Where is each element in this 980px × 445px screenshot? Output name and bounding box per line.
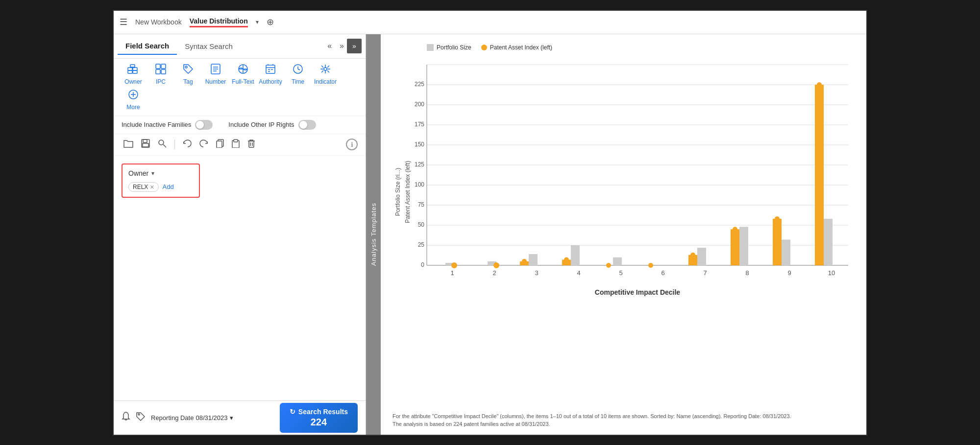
undo-button[interactable]	[181, 137, 194, 152]
svg-text:125: 125	[415, 161, 424, 168]
save-button[interactable]	[139, 137, 152, 152]
search-button[interactable]	[156, 137, 169, 152]
field-icon-number[interactable]: Number	[204, 64, 227, 85]
info-button[interactable]: ℹ	[346, 139, 358, 150]
authority-icon	[265, 64, 276, 77]
owner-icon	[127, 64, 139, 77]
search-results-button[interactable]: ↻ Search Results 224	[280, 403, 358, 433]
x-label-10: 10	[828, 269, 835, 277]
reporting-date-label: Reporting Date	[151, 414, 194, 422]
delete-button[interactable]	[245, 137, 257, 152]
svg-point-45	[159, 140, 164, 145]
dot-9	[775, 216, 780, 221]
right-panel: Portfolio Size Patent Asset Index (left)…	[381, 34, 866, 435]
copy-button[interactable]	[214, 137, 226, 152]
nav-forward-button[interactable]: »	[337, 40, 347, 52]
inactive-families-label: Include Inactive Families	[122, 121, 191, 128]
field-icon-owner[interactable]: Owner	[122, 64, 145, 85]
toggle-knob	[196, 121, 204, 129]
ipc-icon	[155, 64, 166, 77]
field-icon-indicator[interactable]: Indicator	[314, 64, 337, 85]
svg-rect-10	[156, 70, 160, 74]
nav-back-button[interactable]: «	[324, 40, 335, 52]
dot-8	[733, 227, 737, 232]
search-results-refresh-icon: ↻	[290, 408, 295, 416]
active-tab-label[interactable]: Value Distribution	[190, 17, 248, 27]
legend-pai-label: Patent Asset Index (left)	[490, 44, 552, 51]
other-ip-toggle[interactable]	[298, 120, 316, 130]
inactive-families-toggle[interactable]	[195, 120, 213, 130]
svg-point-55	[138, 414, 140, 415]
owner-tag-relx: RELX ×	[128, 182, 159, 192]
svg-line-35	[327, 70, 329, 72]
open-button[interactable]	[122, 137, 135, 152]
other-ip-label: Include Other IP Rights	[228, 121, 294, 128]
add-tab-button[interactable]: ⊕	[267, 17, 274, 27]
top-bar: ☰ New Workbook Value Distribution ▾ ⊕	[114, 11, 866, 34]
redo-button[interactable]	[197, 137, 210, 152]
field-icon-authority[interactable]: Authority	[259, 64, 282, 85]
more-label: More	[126, 104, 140, 111]
workbook-label[interactable]: New Workbook	[135, 18, 182, 26]
chart-area: Portfolio Size Patent Asset Index (left)…	[392, 44, 855, 409]
field-icon-tag[interactable]: Tag	[176, 64, 200, 85]
svg-text:25: 25	[418, 241, 425, 248]
authority-label: Authority	[259, 78, 282, 85]
bar-gray-4	[571, 245, 580, 265]
field-icon-ipc[interactable]: IPC	[149, 64, 172, 85]
svg-text:200: 200	[415, 101, 424, 108]
bell-icon[interactable]	[122, 412, 130, 424]
paste-button[interactable]	[230, 137, 242, 152]
owner-tag-remove-button[interactable]: ×	[150, 184, 154, 190]
svg-rect-20	[266, 65, 275, 73]
svg-line-46	[163, 144, 166, 147]
x-label-8: 8	[745, 269, 749, 277]
legend-portfolio-color	[427, 44, 434, 51]
owner-add-button[interactable]: Add	[163, 183, 174, 190]
collapse-panel-button[interactable]: »	[347, 39, 362, 53]
search-content: Owner ▾ RELX × Add	[114, 156, 366, 400]
svg-point-38	[324, 68, 327, 70]
x-label-7: 7	[703, 269, 707, 277]
tab-dropdown-arrow[interactable]: ▾	[256, 19, 259, 25]
svg-rect-1	[128, 70, 132, 73]
x-label-4: 4	[577, 269, 580, 277]
field-icon-time[interactable]: Time	[286, 64, 310, 85]
toggle-knob-2	[299, 121, 307, 129]
analysis-templates-panel[interactable]: Analysis Templates	[366, 34, 381, 435]
dot-3	[522, 258, 527, 263]
field-icon-fulltext[interactable]: Full-Text	[231, 64, 255, 85]
svg-line-36	[321, 70, 323, 72]
reporting-date-dropdown[interactable]: ▾	[230, 414, 233, 422]
svg-point-12	[185, 66, 187, 68]
toggles-row: Include Inactive Families Include Other …	[114, 116, 366, 134]
legend-portfolio-label: Portfolio Size	[437, 44, 471, 51]
legend-pai-color	[481, 45, 487, 50]
tab-nav-buttons: « »	[324, 40, 347, 52]
svg-rect-9	[161, 64, 166, 69]
tab-field-search[interactable]: Field Search	[118, 38, 177, 55]
svg-line-34	[321, 66, 323, 68]
field-icon-more[interactable]: More	[122, 89, 145, 111]
chart-container: Portfolio Size Patent Asset Index (left)…	[392, 44, 855, 300]
time-icon	[293, 64, 303, 77]
owner-filter-box: Owner ▾ RELX × Add	[122, 164, 200, 198]
svg-rect-2	[133, 68, 137, 70]
svg-rect-50	[234, 140, 238, 142]
fulltext-label: Full-Text	[232, 78, 254, 85]
owner-dropdown-button[interactable]: ▾	[151, 170, 154, 177]
legend-portfolio: Portfolio Size	[427, 44, 471, 51]
tab-syntax-search[interactable]: Syntax Search	[177, 38, 241, 54]
bar-gray-8	[739, 227, 748, 265]
legend-pai: Patent Asset Index (left)	[481, 44, 552, 51]
tag-bottom-icon[interactable]	[136, 412, 145, 424]
svg-text:175: 175	[415, 121, 424, 128]
more-icon	[128, 89, 139, 103]
dot-5	[606, 263, 611, 268]
x-label-2: 2	[492, 269, 496, 277]
reporting-date[interactable]: Reporting Date 08/31/2023 ▾	[151, 414, 233, 422]
owner-title: Owner	[128, 169, 148, 177]
dot-6	[648, 263, 653, 268]
svg-line-29	[298, 69, 300, 70]
x-label-9: 9	[787, 269, 791, 277]
